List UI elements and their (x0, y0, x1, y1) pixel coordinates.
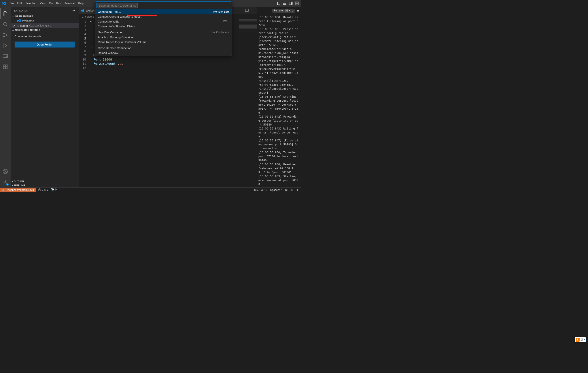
quickpick-item[interactable]: Clone Repository in Container Volume... (95, 40, 232, 44)
svg-rect-14 (3, 54, 8, 57)
tab-more-icon[interactable]: ⋯ (252, 8, 255, 13)
status-bar: ⚠ Disconnected from SSH ⓧ 0 ⚠ 0 📡 0 Ln 5… (0, 187, 301, 192)
quickpick-item[interactable]: Reload Window (95, 50, 232, 55)
run-debug-icon[interactable] (0, 40, 10, 51)
svg-rect-19 (6, 65, 7, 66)
svg-rect-5 (291, 2, 292, 5)
svg-rect-17 (3, 67, 5, 69)
sidebar-title: EXPLORER (14, 9, 28, 12)
svg-point-13 (6, 34, 7, 36)
remote-explorer-icon[interactable] (0, 51, 10, 61)
extensions-icon[interactable] (0, 61, 10, 72)
menu-go[interactable]: Go (47, 0, 54, 7)
sidebar: EXPLORER ⋯ ⌄ OPEN EDITORS Welcome ✕ ≡ co… (10, 7, 79, 187)
close-icon[interactable]: ✕ (12, 24, 16, 27)
quickpick-item[interactable]: Attach to Running Container... (95, 35, 232, 40)
log-output[interactable]: [16:06:56.830] Remote server listening o… (257, 14, 301, 187)
menu-view[interactable]: View (38, 0, 47, 7)
line-gutter: 123456789101112 (79, 20, 90, 187)
status-encoding[interactable]: UTF-8 (285, 188, 293, 192)
toggle-panel-icon[interactable] (283, 1, 286, 5)
settings-file-icon: ≡ (17, 24, 19, 27)
svg-rect-9 (297, 3, 299, 5)
svg-point-11 (3, 33, 5, 34)
outline-header[interactable]: ›OUTLINE (10, 179, 79, 183)
open-editor-welcome[interactable]: Welcome (10, 18, 79, 23)
connected-text: Connected to remote. (10, 32, 79, 41)
svg-rect-8 (295, 3, 297, 5)
quickpick-item[interactable]: Close Remote Connection (95, 45, 232, 50)
svg-rect-1 (277, 2, 278, 5)
explorer-icon[interactable] (0, 8, 10, 19)
output-panel: ⋯ Remote - SSH⌄ ≣ [16:06:56.830] Remote … (257, 7, 301, 187)
search-icon[interactable] (0, 19, 10, 30)
source-control-icon[interactable] (0, 30, 10, 40)
panel-more-icon[interactable]: ⋯ (268, 9, 271, 12)
status-errors[interactable]: ⓧ 0 ⚠ 0 (38, 188, 48, 192)
no-folder-header[interactable]: ⌄ NO FOLDER OPENED (10, 28, 79, 32)
quickpick-item[interactable]: New Dev Container...Dev Containers (95, 30, 232, 35)
annotation-arrow (127, 13, 158, 18)
quickpick-item[interactable]: Connect Current Window to Host... (95, 14, 232, 19)
vscode-app-icon (0, 1, 8, 5)
svg-point-15 (6, 56, 8, 58)
toggle-secondary-sidebar-icon[interactable] (289, 1, 293, 5)
menu-run[interactable]: Run (54, 0, 63, 7)
settings-badge: 1 (6, 183, 9, 186)
customize-layout-icon[interactable] (295, 1, 299, 5)
menu-bar: File Edit Selection View Go Run Terminal… (8, 0, 85, 7)
svg-point-22 (5, 181, 6, 183)
open-folder-button[interactable]: Open Folder (15, 42, 75, 47)
svg-point-21 (5, 170, 6, 172)
quickpick-item[interactable]: Connect to WSLWSL (95, 19, 232, 24)
menu-file[interactable]: File (8, 0, 15, 7)
status-cursor[interactable]: Ln 5, Col 19 (253, 188, 267, 192)
menu-selection[interactable]: Selection (24, 0, 38, 7)
quickpick-input[interactable] (96, 3, 137, 8)
chevron-right-icon: › (12, 180, 13, 183)
remote-status[interactable]: ⚠ Disconnected from SSH (0, 188, 36, 192)
quickpick-item[interactable]: Connect to Host...Remote-SSH (95, 9, 232, 14)
remote-window-quickpick: Connect to Host...Remote-SSHConnect Curr… (95, 1, 232, 56)
menu-edit[interactable]: Edit (15, 0, 24, 7)
status-eol[interactable]: LF (296, 188, 299, 192)
menu-terminal[interactable]: Terminal (63, 0, 76, 7)
settings-icon[interactable]: 1 (0, 177, 10, 187)
status-ports[interactable]: 📡 0 (51, 188, 56, 192)
chevron-down-icon: ⌄ (12, 29, 14, 32)
open-editor-config[interactable]: ✕ ≡ config C:\Users\loong\.ssh (10, 23, 79, 28)
remote-ssh-dropdown[interactable]: Remote - SSH⌄ (272, 9, 295, 13)
warning-icon: ⚠ (2, 188, 5, 192)
vscode-icon (81, 9, 84, 12)
status-spaces[interactable]: Spaces: 2 (270, 188, 282, 192)
layout-controls (277, 1, 301, 5)
svg-rect-7 (297, 2, 299, 3)
svg-rect-3 (283, 3, 286, 5)
open-editors-header[interactable]: ⌄ OPEN EDITORS (10, 14, 79, 18)
list-icon[interactable]: ≣ (297, 9, 299, 12)
svg-point-10 (3, 22, 6, 25)
svg-rect-6 (295, 2, 297, 3)
accounts-icon[interactable] (0, 166, 10, 177)
svg-point-12 (3, 36, 5, 37)
activity-bar: 1 (0, 7, 10, 187)
chevron-down-icon: ⌄ (292, 9, 294, 12)
chevron-right-icon: › (12, 184, 13, 187)
minimap[interactable] (239, 19, 257, 33)
toggle-primary-sidebar-icon[interactable] (277, 1, 280, 5)
menu-help[interactable]: Help (76, 0, 85, 7)
vscode-icon (17, 19, 21, 22)
quickpick-item[interactable]: Connect to WSL using Distro... (95, 24, 232, 29)
timeline-header[interactable]: ›TIMELINE (10, 183, 79, 187)
chevron-down-icon: ⌄ (12, 15, 14, 18)
svg-rect-16 (3, 65, 5, 66)
split-editor-icon[interactable] (245, 8, 249, 13)
sidebar-more-icon[interactable]: ⋯ (72, 8, 75, 13)
svg-rect-18 (6, 67, 7, 69)
